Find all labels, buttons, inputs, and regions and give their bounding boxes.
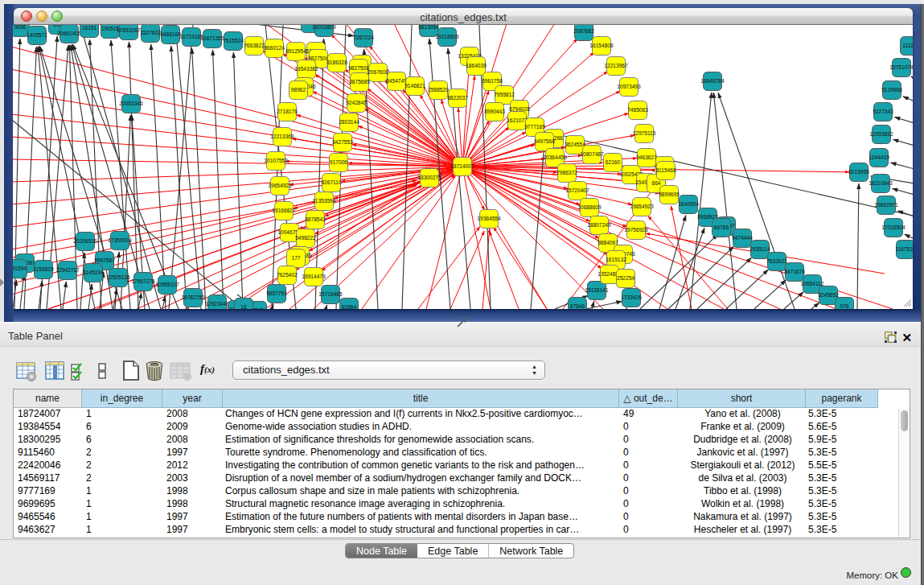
svg-text:15136141: 15136141 [585,287,609,293]
svg-text:252254: 252254 [617,275,634,281]
svg-text:7955812: 7955812 [494,92,515,97]
svg-text:8471676: 8471676 [784,269,805,274]
svg-text:9857791: 9857791 [266,290,287,296]
svg-text:1864039: 1864039 [466,63,487,68]
svg-text:9884067: 9884067 [598,240,618,245]
svg-text:6466160: 6466160 [160,31,181,37]
svg-text:12505135: 12505135 [106,274,130,280]
svg-text:15720407: 15720407 [565,187,589,193]
svg-text:2718176: 2718176 [277,109,298,114]
svg-text:9827508: 9827508 [348,65,369,71]
svg-text:18300275: 18300275 [417,175,441,180]
svg-text:9474444: 9474444 [732,235,753,241]
svg-text:2588520: 2588520 [428,87,449,93]
svg-text:20053346: 20053346 [119,101,143,106]
svg-text:10973493: 10973493 [617,84,641,89]
svg-text:2803144: 2803144 [339,119,359,125]
svg-text:7357224: 7357224 [353,35,374,40]
svg-text:976: 976 [840,303,848,309]
svg-text:12923448: 12923448 [205,301,229,307]
svg-text:177: 177 [291,255,300,261]
svg-text:16543382: 16543382 [294,66,318,72]
svg-text:9242845: 9242845 [346,100,367,105]
svg-text:17016504: 17016504 [881,225,906,230]
svg-text:19654923: 19654923 [268,183,292,188]
svg-text:11124: 11124 [902,43,913,48]
svg-text:7515524: 7515524 [223,38,244,43]
svg-text:9936: 9936 [14,25,27,30]
svg-text:8215955: 8215955 [848,169,869,175]
svg-text:18807249: 18807249 [587,222,611,228]
svg-text:2087682: 2087682 [573,28,594,34]
svg-text:16191: 16191 [82,25,97,31]
svg-text:8267110: 8267110 [321,179,342,185]
svg-text:12093832: 12093832 [869,131,893,137]
svg-text:991594: 991594 [13,266,27,271]
svg-text:1733426: 1733426 [621,295,642,300]
svg-text:8813054: 8813054 [418,25,439,30]
svg-text:17957275: 17957275 [131,278,155,284]
svg-text:10107553: 10107553 [264,158,288,163]
svg-text:80964: 80964 [342,304,357,309]
svg-text:18: 18 [240,304,247,309]
svg-text:20364456: 20364456 [543,154,567,160]
svg-text:10688609: 10688609 [577,204,602,210]
svg-text:15716485: 15716485 [318,291,343,297]
svg-text:8822037: 8822037 [447,95,468,101]
svg-text:6961758: 6961758 [482,78,503,84]
svg-text:9463627: 9463627 [636,154,657,160]
svg-text:10671355: 10671355 [200,35,224,41]
svg-text:20206536: 20206536 [73,238,97,244]
svg-text:19654923: 19654923 [630,204,654,209]
svg-text:9899695: 9899695 [659,192,680,197]
svg-text:9245652: 9245652 [818,292,839,298]
svg-text:8990443: 8990443 [484,109,505,114]
svg-text:1621072: 1621072 [507,117,528,123]
svg-text:66785: 66785 [714,225,729,230]
svg-text:3875685: 3875685 [349,79,370,84]
svg-text:8427552: 8427552 [332,139,353,145]
svg-text:12213369: 12213369 [270,134,294,139]
svg-text:19756928: 19756928 [624,227,648,233]
svg-text:62160: 62160 [606,159,621,165]
svg-text:7625402: 7625402 [277,272,298,278]
svg-text:16648784: 16648784 [700,78,725,84]
svg-text:9129966: 9129966 [881,87,902,93]
svg-text:3624554: 3624554 [565,142,585,147]
svg-text:20691406: 20691406 [57,31,81,36]
svg-text:1615132: 1615132 [606,257,626,262]
svg-text:1156829: 1156829 [33,266,54,272]
svg-text:19218506: 19218506 [435,34,459,39]
svg-text:7485063: 7485063 [627,107,648,113]
svg-text:917006: 917006 [330,159,347,165]
svg-text:10958107: 10958107 [155,282,179,287]
svg-text:19384554: 19384554 [477,216,501,221]
svg-text:8912954: 8912954 [285,48,306,54]
svg-text:12975115: 12975115 [633,130,656,136]
svg-text:7632621: 7632621 [766,258,787,264]
svg-text:8115468: 8115468 [655,167,676,173]
svg-text:1145194: 1145194 [83,270,104,275]
svg-text:2067608: 2067608 [368,69,388,75]
svg-text:8186328: 8186328 [326,60,347,65]
svg-text:10653267: 10653267 [117,27,141,33]
svg-text:1405571: 1405571 [27,32,47,38]
svg-text:7663822: 7663822 [244,43,265,48]
svg-text:8660124: 8660124 [264,45,285,51]
svg-text:9777169: 9777169 [524,124,545,130]
svg-text:9146821: 9146821 [405,83,425,89]
svg-text:12213967: 12213967 [604,63,628,68]
svg-text:7986372: 7986372 [556,170,577,175]
svg-text:15692971: 15692971 [874,202,898,208]
svg-text:18724007: 18724007 [450,163,474,169]
svg-text:10654112: 10654112 [801,281,824,286]
svg-text:12942737: 12942737 [55,267,80,273]
svg-text:15751074: 15751074 [889,64,913,70]
svg-text:16782759: 16782759 [181,295,205,300]
svg-text:16914479: 16914479 [302,274,326,279]
svg-text:8878542: 8878542 [305,216,326,222]
svg-text:9227343: 9227343 [873,109,893,114]
svg-text:5498222: 5498222 [295,235,316,241]
svg-text:11353594: 11353594 [313,198,336,204]
svg-text:2935114: 2935114 [749,246,770,252]
